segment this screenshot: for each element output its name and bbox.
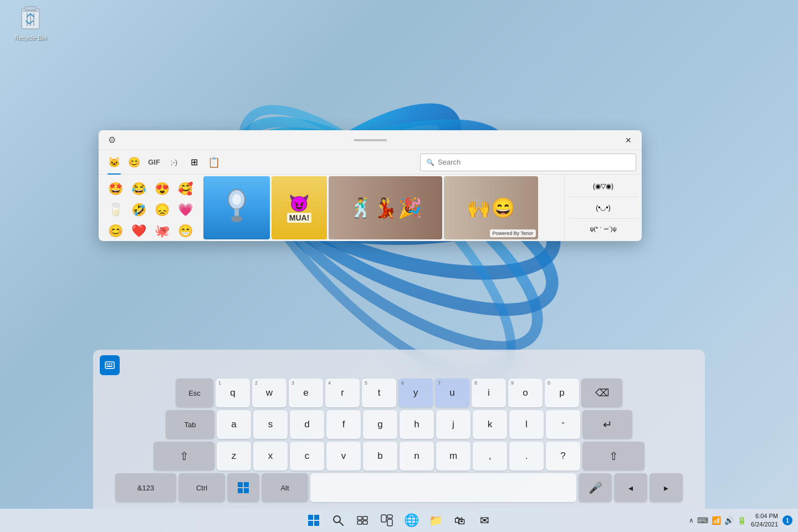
panel-close-button[interactable]: ✕ xyxy=(621,132,636,148)
gif-item-3[interactable]: 🕺💃🎉 xyxy=(329,176,442,239)
key-backspace[interactable]: ⌫ xyxy=(581,378,622,407)
keyboard-mode-button[interactable] xyxy=(100,355,120,375)
emoji-cell[interactable]: 😊 xyxy=(104,221,126,241)
taskbar-explorer-button[interactable]: 📁 xyxy=(424,509,447,531)
key-quote[interactable]: " xyxy=(546,410,580,439)
key-z[interactable]: z xyxy=(217,442,251,470)
tab-gif[interactable]: GIF xyxy=(144,152,164,172)
key-e[interactable]: 3e xyxy=(289,378,323,407)
key-question[interactable]: ? xyxy=(546,442,580,470)
key-a[interactable]: a xyxy=(217,410,251,439)
key-windows[interactable] xyxy=(227,473,259,502)
taskbar-notification-badge[interactable]: 1 xyxy=(782,515,792,525)
gif-item-4[interactable]: 🙌😄 Powered By Tenor xyxy=(444,176,538,239)
key-x[interactable]: x xyxy=(253,442,288,470)
taskbar-center: 🌐 📁 🛍 ✉ xyxy=(303,509,495,531)
svg-rect-23 xyxy=(238,488,243,493)
kaomoji-item-2[interactable]: (•◡•) xyxy=(567,200,640,216)
emoji-cell[interactable]: 💗 xyxy=(174,200,196,220)
emoji-cell[interactable]: 🥰 xyxy=(174,179,196,199)
taskbar-battery-icon[interactable]: 🔋 xyxy=(737,516,746,525)
taskbar-taskview-button[interactable] xyxy=(351,509,374,531)
taskbar-chevron-icon[interactable]: ∧ xyxy=(689,516,694,524)
key-d[interactable]: d xyxy=(290,410,324,439)
key-v[interactable]: v xyxy=(326,442,361,470)
tab-kaomoji[interactable]: ;-) xyxy=(164,152,184,172)
key-m[interactable]: m xyxy=(436,442,470,470)
emoji-cell[interactable]: 🐙 xyxy=(151,221,173,241)
emoji-cell[interactable]: 🤣 xyxy=(127,200,150,220)
panel-search-box[interactable]: 🔍 xyxy=(420,154,636,171)
panel-tabs: 🐱 😊 GIF ;-) ⊞ 📋 🔍 xyxy=(99,150,642,175)
panel-content: 🤩 😂 😍 🥰 🥛 🤣 😞 💗 😊 ❤️ 🐙 😁 xyxy=(99,175,642,241)
key-q[interactable]: 1q xyxy=(216,378,250,407)
taskbar-date-display: 6/24/2021 xyxy=(751,520,778,529)
key-c[interactable]: c xyxy=(290,442,324,470)
key-w[interactable]: 2w xyxy=(252,378,287,407)
key-l[interactable]: l xyxy=(509,410,544,439)
key-comma[interactable]: , xyxy=(473,442,507,470)
emoji-cell[interactable]: 😞 xyxy=(151,200,173,220)
kaomoji-item-3[interactable]: ψ(*｀ー´)ψ xyxy=(567,221,640,238)
key-i[interactable]: 8i xyxy=(472,378,506,407)
taskbar-store-button[interactable]: 🛍 xyxy=(449,509,471,531)
taskbar-widgets-button[interactable] xyxy=(376,509,398,531)
taskbar-mail-button[interactable]: ✉ xyxy=(473,509,495,531)
key-arrow-left[interactable]: ◂ xyxy=(614,473,647,502)
key-esc[interactable]: Esc xyxy=(176,378,213,407)
key-tab[interactable]: Tab xyxy=(166,410,214,439)
key-arrow-right[interactable]: ▸ xyxy=(649,473,683,502)
key-symbols[interactable]: &123 xyxy=(115,473,176,502)
taskbar-search-button[interactable] xyxy=(327,509,349,531)
taskbar-volume-icon[interactable]: 🔊 xyxy=(724,516,734,525)
gif-item-2[interactable]: 😈 MUA! xyxy=(272,176,327,239)
key-j[interactable]: j xyxy=(436,410,470,439)
key-o[interactable]: 9o xyxy=(508,378,543,407)
tab-symbols[interactable]: ⊞ xyxy=(184,152,204,172)
key-r[interactable]: 4r xyxy=(325,378,360,407)
key-enter[interactable]: ↵ xyxy=(582,410,632,439)
gif-3-content: 🕺💃🎉 xyxy=(329,176,442,239)
key-space[interactable] xyxy=(310,473,576,502)
emoji-cell[interactable]: 🥛 xyxy=(104,200,126,220)
emoji-cell[interactable]: ❤️ xyxy=(127,221,150,241)
panel-settings-button[interactable]: ⚙ xyxy=(104,132,120,148)
key-n[interactable]: n xyxy=(400,442,434,470)
emoji-cell[interactable]: 😂 xyxy=(127,179,150,199)
gif-item-1[interactable] xyxy=(203,176,270,239)
key-f[interactable]: f xyxy=(326,410,361,439)
tab-emoji[interactable]: 🐱 xyxy=(104,152,124,172)
key-k[interactable]: k xyxy=(473,410,507,439)
key-h[interactable]: h xyxy=(400,410,434,439)
taskbar-edge-button[interactable]: 🌐 xyxy=(400,509,422,531)
svg-point-13 xyxy=(232,194,241,205)
key-shift-right[interactable]: ⇧ xyxy=(582,442,644,470)
key-microphone[interactable]: 🎤 xyxy=(579,473,612,502)
key-y[interactable]: 6y xyxy=(398,378,433,407)
key-row-2: Tab a s d f g h j k l " ↵ xyxy=(98,410,700,439)
taskbar-datetime[interactable]: 6:04 PM 6/24/2021 xyxy=(751,512,778,529)
search-input[interactable] xyxy=(438,158,630,166)
taskbar-keyboard-icon[interactable]: ⌨ xyxy=(697,516,708,525)
key-shift-left[interactable]: ⇧ xyxy=(154,442,214,470)
key-alt[interactable]: Alt xyxy=(262,473,308,502)
kaomoji-item-1[interactable]: (◉▽◉) xyxy=(567,178,640,195)
key-row-1: Esc 1q 2w 3e 4r 5t 6y 7u 8i 9o 0p ⌫ xyxy=(98,378,700,407)
taskbar-wifi-icon[interactable]: 📶 xyxy=(712,516,721,525)
emoji-cell[interactable]: 😁 xyxy=(174,221,196,241)
key-b[interactable]: b xyxy=(363,442,397,470)
key-p[interactable]: 0p xyxy=(545,378,579,407)
key-s[interactable]: s xyxy=(253,410,288,439)
key-ctrl[interactable]: Ctrl xyxy=(178,473,225,502)
emoji-cell[interactable]: 😍 xyxy=(151,179,173,199)
taskbar-start-button[interactable] xyxy=(303,509,325,531)
tab-smiley[interactable]: 😊 xyxy=(124,152,144,172)
svg-rect-32 xyxy=(363,516,367,520)
key-period[interactable]: . xyxy=(509,442,544,470)
key-g[interactable]: g xyxy=(363,410,397,439)
key-u[interactable]: 7u xyxy=(435,378,469,407)
emoji-cell[interactable]: 🤩 xyxy=(104,179,126,199)
tab-clipboard[interactable]: 📋 xyxy=(204,152,224,172)
recycle-bin[interactable]: Recycle Bin xyxy=(11,6,50,41)
key-t[interactable]: 5t xyxy=(362,378,396,407)
